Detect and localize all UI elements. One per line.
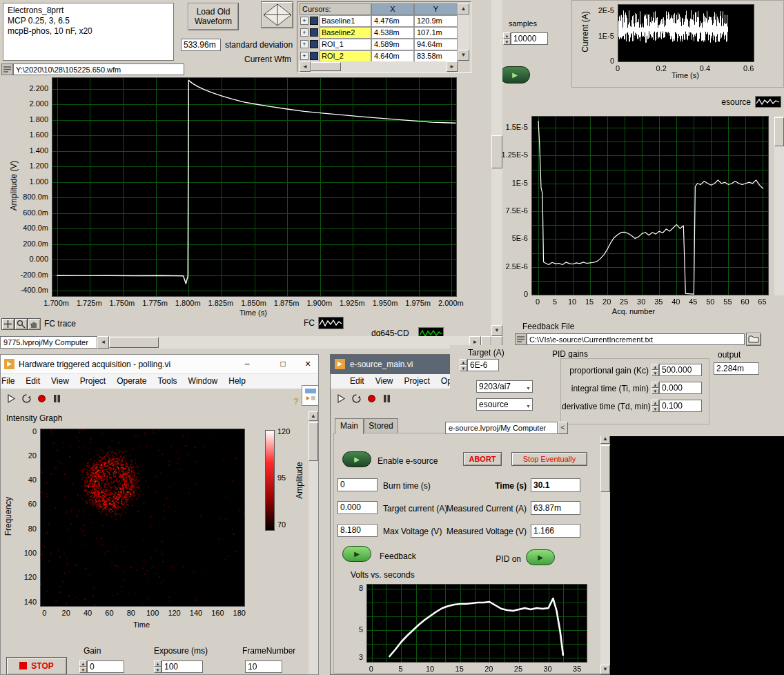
- cursor-lock-icon[interactable]: +: [300, 52, 308, 60]
- target-a-stepper[interactable]: ▲▼: [460, 359, 467, 371]
- hw-scroll-up[interactable]: ▲: [308, 411, 318, 421]
- pause-button[interactable]: [49, 390, 64, 407]
- run-continuously-button[interactable]: [349, 390, 364, 407]
- acq-scrollbar[interactable]: [774, 116, 784, 295]
- gain-stepper[interactable]: ▲▼: [79, 661, 87, 673]
- samples-stepper[interactable]: ▲▼: [503, 32, 511, 45]
- help-icon[interactable]: ?: [293, 396, 299, 407]
- increment-button[interactable]: ▲: [651, 382, 659, 388]
- cursor-row[interactable]: +Baseline24.538m107.1m: [300, 27, 458, 39]
- menu-edit[interactable]: Edit: [344, 374, 370, 388]
- navigation-diamond-button[interactable]: [261, 1, 293, 28]
- run-button[interactable]: [3, 390, 19, 407]
- target-a-input[interactable]: 6E-6: [467, 359, 499, 371]
- exposure-stepper[interactable]: ▲▼: [154, 661, 161, 673]
- max-voltage-input[interactable]: 8.180: [337, 524, 378, 537]
- pid-gain-stepper[interactable]: ▲▼: [651, 382, 659, 394]
- increment-button[interactable]: ▲: [503, 32, 511, 39]
- run-button[interactable]: [333, 390, 349, 407]
- abort-button[interactable]: ABORT: [463, 452, 502, 466]
- intensity-plot-area[interactable]: [40, 429, 245, 607]
- cursor-lock-icon[interactable]: +: [300, 28, 308, 37]
- decrement-button[interactable]: ▼: [460, 365, 467, 371]
- esource-legend-icon[interactable]: [755, 96, 781, 108]
- cursor-hscroll[interactable]: [311, 61, 447, 72]
- decrement-button[interactable]: ▼: [651, 406, 659, 412]
- samples-input[interactable]: 10000: [511, 32, 548, 45]
- abort-button[interactable]: [34, 390, 49, 407]
- run-continuously-button[interactable]: [19, 390, 34, 407]
- dropdown-icon[interactable]: ▼: [526, 384, 531, 393]
- hw-vscroll[interactable]: [308, 421, 318, 674]
- menu-file[interactable]: File: [1, 374, 20, 388]
- project-tab-back-button[interactable]: <: [558, 422, 568, 434]
- pid-on-toggle[interactable]: ▶: [526, 549, 555, 565]
- cursor-name[interactable]: Baseline2: [320, 27, 371, 39]
- vi-icon[interactable]: [302, 385, 319, 406]
- abort-button[interactable]: [364, 390, 379, 407]
- pid-gain-input[interactable]: 0.100: [659, 400, 702, 412]
- cursor-lock-icon[interactable]: +: [300, 40, 308, 48]
- mini-run-button[interactable]: ▶: [500, 66, 530, 84]
- decrement-button[interactable]: ▼: [651, 388, 659, 394]
- cursor-name[interactable]: ROI_1: [320, 39, 371, 50]
- cursor-scroll-right[interactable]: ►: [447, 61, 458, 72]
- project-tab-9775[interactable]: 9775.lvproj/My Computer: [0, 336, 97, 349]
- browse-folder-button[interactable]: [746, 333, 761, 346]
- acq-plot-area[interactable]: [531, 116, 769, 295]
- menu-project[interactable]: Project: [75, 374, 111, 388]
- maximize-button[interactable]: □: [268, 355, 297, 374]
- decrement-button[interactable]: ▼: [651, 370, 659, 376]
- titlebar[interactable]: Hardware triggered acquisition - polling…: [1, 355, 318, 374]
- device-selector[interactable]: 9203/ai7▼: [476, 380, 533, 393]
- menu-operate[interactable]: Operate: [111, 374, 152, 388]
- cursor-row[interactable]: +Baseline14.476m120.9m: [300, 15, 458, 27]
- color-ramp[interactable]: [265, 430, 275, 531]
- cursor-row[interactable]: +ROI_14.589m94.64m: [300, 39, 458, 50]
- channel-selector[interactable]: esource▼: [476, 398, 533, 411]
- cursor-style-icon[interactable]: [310, 17, 318, 25]
- exposure-input[interactable]: 100: [161, 661, 203, 673]
- hscroll-track[interactable]: [109, 336, 469, 349]
- dropdown-icon[interactable]: ▼: [526, 402, 531, 411]
- pan-tool-button[interactable]: [28, 318, 41, 330]
- increment-button[interactable]: ▲: [460, 359, 467, 365]
- tab-stored[interactable]: Stored: [364, 418, 398, 433]
- fc-plot-area[interactable]: [52, 77, 457, 297]
- zoom-tool-button[interactable]: [14, 318, 28, 330]
- increment-button[interactable]: ▲: [651, 400, 659, 406]
- hscroll-left-button[interactable]: ◄: [97, 336, 109, 349]
- increment-button[interactable]: ▲: [651, 364, 659, 370]
- menu-project[interactable]: Project: [398, 374, 435, 388]
- crosshair-tool-button[interactable]: [1, 318, 14, 330]
- cursor-style-icon[interactable]: [310, 28, 318, 37]
- menu-view[interactable]: View: [46, 374, 75, 388]
- menu-view[interactable]: View: [370, 374, 399, 388]
- increment-button[interactable]: ▲: [79, 661, 87, 667]
- pid-gain-input[interactable]: 500.000: [659, 364, 702, 376]
- pause-button[interactable]: [379, 390, 394, 407]
- minimize-button[interactable]: –: [233, 355, 262, 374]
- menu-edit[interactable]: Edit: [20, 374, 46, 388]
- load-old-waveform-button[interactable]: Load Old Waveform: [188, 3, 239, 30]
- project-tab-esource[interactable]: e-source.lvproj/My Computer: [445, 422, 558, 434]
- gain-input[interactable]: 0: [87, 661, 124, 673]
- volts-plot-area[interactable]: [366, 584, 587, 663]
- pid-gain-stepper[interactable]: ▲▼: [651, 364, 659, 376]
- cursor-name[interactable]: Baseline1: [320, 15, 371, 27]
- feedback-path-field[interactable]: C:\VIs\e-source\CurrentIncrement.txt: [527, 333, 745, 345]
- vscroll-down-button[interactable]: ▼: [491, 325, 502, 336]
- enable-esource-button[interactable]: ▶: [342, 451, 371, 467]
- decrement-button[interactable]: ▼: [79, 667, 87, 673]
- cursor-style-icon[interactable]: [310, 40, 318, 48]
- target-current-input[interactable]: 0.000: [337, 501, 378, 514]
- decrement-button[interactable]: ▼: [503, 39, 511, 45]
- tab-main[interactable]: Main: [335, 418, 364, 434]
- pid-gain-stepper[interactable]: ▲▼: [651, 400, 659, 412]
- path-icon[interactable]: [515, 333, 527, 345]
- decrement-button[interactable]: ▼: [154, 667, 161, 673]
- cursor-scroll-left[interactable]: ◄: [300, 61, 311, 72]
- mini-plot-area[interactable]: [618, 4, 754, 62]
- menu-help[interactable]: Help: [223, 374, 251, 388]
- stop-eventually-button[interactable]: Stop Eventually: [511, 452, 587, 466]
